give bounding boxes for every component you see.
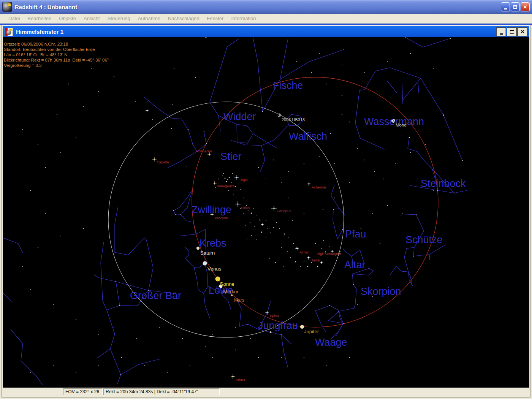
star: [240, 208, 241, 209]
star: [433, 68, 434, 69]
constellation-label-fische: Fische: [273, 80, 303, 92]
star: [342, 229, 343, 230]
constellation-lines: [402, 83, 403, 104]
planet-dot-venus[interactable]: [203, 261, 207, 266]
star: [204, 131, 204, 132]
star-label-arktur: Arktur: [236, 378, 245, 382]
star: [250, 222, 250, 223]
child-close-button[interactable]: ✕: [518, 27, 527, 36]
star: [173, 210, 174, 211]
planet-dot-sonne[interactable]: [215, 277, 220, 282]
rekt-dekl-value: Rekt = 20h 34m 24.83s | Dekl = -04°11'19…: [106, 389, 198, 394]
star: [193, 188, 193, 189]
star: [135, 101, 136, 102]
minimize-button[interactable]: [501, 2, 510, 11]
app-icon: [2, 2, 12, 12]
constellation-lines: [204, 131, 206, 144]
sky-window-titlebar[interactable]: Himmelsfenster 1 ✕: [3, 26, 529, 37]
menu-item-aufnahme[interactable]: Aufnahme: [134, 15, 164, 22]
star: [256, 215, 257, 215]
star-label-capella: Capella: [157, 160, 169, 164]
star: [218, 179, 219, 179]
bright-star: [266, 312, 268, 314]
star: [91, 68, 92, 69]
close-button[interactable]: ✕: [521, 2, 530, 11]
star: [296, 61, 297, 62]
info-line: Län = 016° 18' O Br = 48° 13' N: [4, 52, 109, 57]
constellation-lines: [339, 274, 356, 311]
star: [174, 68, 174, 69]
app-titlebar[interactable]: Redshift 4 : Unbenannt ✕: [0, 0, 532, 14]
info-line: Vergrößerung = 0.3: [4, 63, 109, 68]
star: [410, 53, 411, 54]
star-label-canopus: Canopus: [277, 209, 291, 213]
constellation-lines: [253, 134, 277, 148]
planet-dot-saturn[interactable]: [196, 247, 200, 250]
star: [171, 128, 172, 129]
star: [261, 232, 262, 233]
star: [416, 214, 416, 215]
star: [357, 304, 358, 305]
menu-item-nachschlagen[interactable]: Nachschlagen: [164, 15, 203, 22]
star: [290, 257, 291, 258]
constellation-lines: [429, 254, 430, 260]
menu-item-information[interactable]: Information: [227, 15, 260, 22]
constellation-label-pfau: Pfau: [345, 228, 366, 240]
star: [364, 72, 365, 73]
star: [283, 266, 283, 267]
star: [266, 179, 266, 179]
star: [30, 372, 31, 373]
sky-chart[interactable]: Ortszeit: 06/09/2006 n.Chr. 23:18Standor…: [3, 37, 529, 390]
constellation-lines: [3, 237, 23, 253]
constellation-lines: [387, 81, 397, 93]
object-label-mond: Mond: [396, 123, 407, 127]
menu-item-ansicht[interactable]: Ansicht: [80, 15, 104, 22]
star: [245, 225, 245, 226]
star-label-achernar: Achernar: [312, 185, 326, 189]
star: [317, 266, 318, 267]
star: [247, 324, 248, 325]
menu-item-bearbeiten[interactable]: Bearbeiten: [24, 15, 55, 22]
star: [120, 374, 121, 375]
constellation-lines: [403, 78, 421, 100]
star: [45, 213, 46, 214]
star: [98, 91, 99, 92]
maximize-button[interactable]: [511, 2, 520, 11]
star: [251, 235, 252, 236]
constellation-lines: [97, 349, 110, 358]
constellation-label-steinbock: Steinbock: [421, 178, 466, 190]
menu-item-steuerung[interactable]: Steuerung: [104, 15, 134, 22]
star: [235, 350, 236, 350]
redshift-app-window: Redshift 4 : Unbenannt ✕ DateiBearbeiten…: [0, 0, 532, 399]
star: [380, 243, 380, 244]
star: [262, 111, 263, 112]
menu-item-datei[interactable]: Datei: [5, 15, 24, 22]
constellation-lines: [406, 247, 414, 249]
star: [253, 208, 254, 209]
bright-star: [214, 182, 215, 184]
sky-window-title: Himmelsfenster 1: [16, 28, 63, 35]
star: [206, 143, 207, 144]
child-maximize-button[interactable]: [507, 27, 517, 36]
star: [418, 179, 418, 179]
constellation-label-stier: Stier: [220, 151, 242, 163]
menu-item-fenster[interactable]: Fenster: [203, 15, 227, 22]
star: [114, 76, 114, 77]
planet-dot-jupiter[interactable]: [300, 325, 304, 329]
star: [38, 144, 38, 145]
star: [256, 239, 257, 240]
constellation-lines: [204, 293, 210, 318]
star-label-spica: Spica: [270, 314, 279, 318]
star: [175, 214, 176, 215]
star: [235, 327, 236, 328]
star: [329, 305, 330, 306]
star: [243, 213, 244, 214]
menu-item-objekte[interactable]: Objekte: [55, 15, 80, 22]
sky-window-icon: [5, 28, 13, 36]
star-label-hadar: Hadar: [310, 258, 320, 262]
star: [114, 327, 114, 328]
star: [206, 37, 207, 38]
object-symbol-dot: [279, 115, 280, 116]
star-label-procyon: Procyon: [215, 216, 228, 220]
child-minimize-button[interactable]: [496, 27, 506, 36]
